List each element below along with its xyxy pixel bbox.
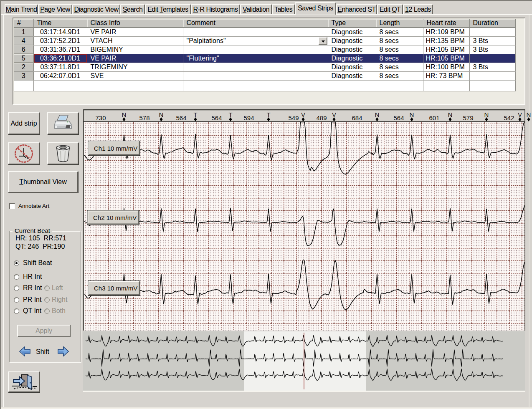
- svg-text:684: 684: [352, 114, 362, 121]
- svg-text:564: 564: [211, 114, 222, 121]
- svg-text:601: 601: [429, 114, 439, 121]
- svg-text:549: 549: [288, 114, 299, 121]
- svg-text:730: 730: [95, 114, 106, 121]
- svg-text:564: 564: [176, 114, 186, 121]
- svg-text:489: 489: [316, 114, 327, 121]
- svg-text:T: T: [228, 111, 232, 118]
- svg-text:Ch3 10 mm/mV: Ch3 10 mm/mV: [94, 285, 137, 292]
- svg-text:V: V: [301, 111, 305, 118]
- svg-text:N: N: [527, 111, 531, 118]
- svg-text:N: N: [122, 111, 127, 118]
- svg-text:564: 564: [393, 114, 404, 121]
- svg-text:N: N: [375, 111, 380, 118]
- svg-text:N: N: [410, 111, 414, 118]
- svg-text:V: V: [518, 111, 522, 118]
- svg-text:T: T: [193, 111, 197, 118]
- svg-text:542: 542: [504, 114, 514, 121]
- svg-text:578: 578: [139, 114, 149, 121]
- svg-text:V: V: [332, 111, 336, 118]
- svg-text:T: T: [266, 111, 270, 118]
- svg-text:579: 579: [463, 114, 473, 121]
- svg-text:Ch1 10 mm/mV: Ch1 10 mm/mV: [94, 145, 137, 152]
- svg-text:N: N: [484, 111, 489, 118]
- svg-text:N: N: [448, 111, 453, 118]
- svg-text:Ch2 10 mm/mV: Ch2 10 mm/mV: [93, 214, 137, 221]
- svg-text:N: N: [159, 111, 164, 118]
- svg-text:594: 594: [243, 114, 254, 121]
